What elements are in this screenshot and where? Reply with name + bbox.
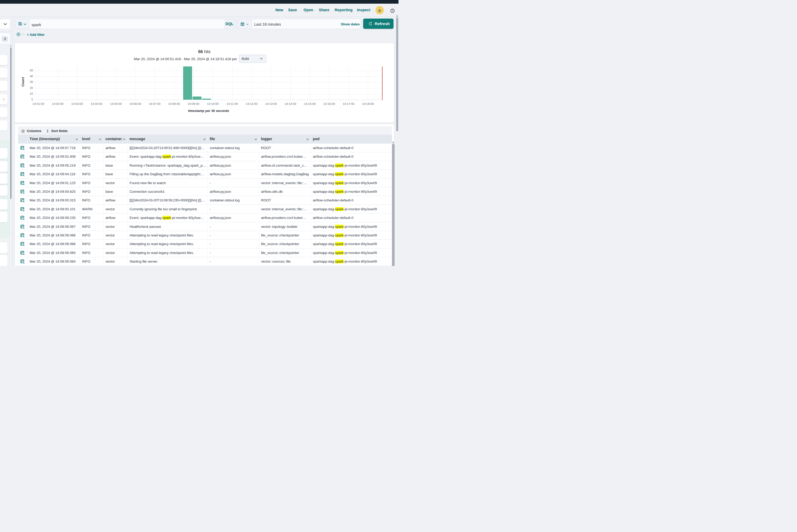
svg-text:?: ? [392,9,393,12]
